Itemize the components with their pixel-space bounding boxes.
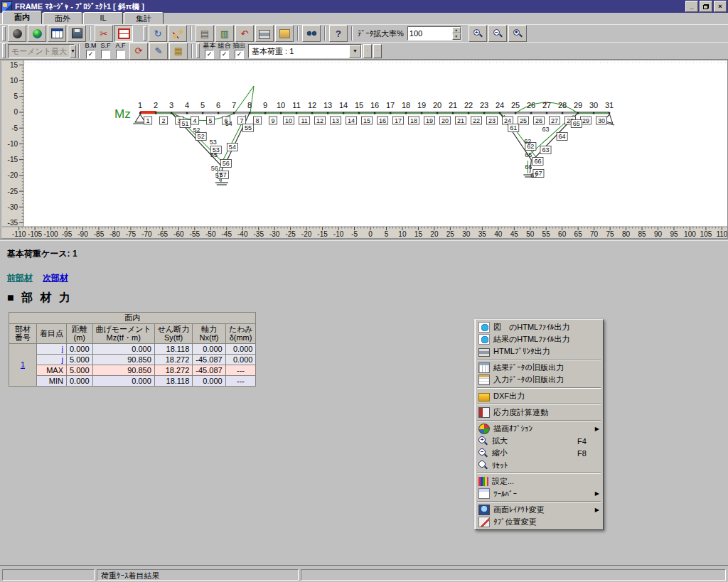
column-header: 距離(m) bbox=[67, 323, 93, 343]
menu-item-figure-html-output[interactable]: 図 のHTMLﾌｧｲﾙ出力 bbox=[476, 321, 601, 333]
menu-item-draw-options[interactable]: 描画ｵﾌﾟｼｮﾝ▶ bbox=[476, 423, 601, 435]
undo-button[interactable]: ↶ bbox=[235, 25, 254, 42]
member-box-label: 25 bbox=[520, 117, 527, 124]
menu-item-result-legacy-output[interactable]: 結果ﾃﾞｰﾀの旧版出力 bbox=[476, 362, 601, 374]
save-button[interactable] bbox=[68, 25, 86, 42]
list-button[interactable]: ▦ bbox=[169, 43, 188, 60]
ic-settings-icon bbox=[478, 477, 488, 486]
menu-item-label: 図 のHTMLﾌｧｲﾙ出力 bbox=[493, 322, 574, 333]
result-check-checkbox-B.M[interactable]: ✓ bbox=[86, 50, 95, 59]
point-cell: MIN bbox=[37, 375, 67, 386]
case-option-button-2[interactable]: · bbox=[373, 44, 382, 58]
load-case-combo[interactable]: 基本荷重 : 1 ▼ bbox=[248, 44, 362, 58]
spin-up-button[interactable]: ▲ bbox=[452, 27, 461, 33]
toolbar-grip[interactable] bbox=[196, 43, 200, 58]
frame-view-button[interactable] bbox=[114, 25, 133, 42]
node-label: 12 bbox=[308, 101, 316, 109]
zoom-out-button[interactable] bbox=[488, 25, 507, 42]
menu-item-label: 結果ﾃﾞｰﾀの旧版出力 bbox=[493, 362, 574, 373]
node-label: 13 bbox=[323, 101, 332, 109]
result-check-checkbox-S.F[interactable] bbox=[101, 50, 110, 59]
member-box-label: 61 bbox=[510, 124, 517, 131]
node-label: 22 bbox=[464, 101, 473, 109]
node-label: 25 bbox=[511, 101, 520, 109]
edit-data-button[interactable]: ▤ bbox=[196, 25, 214, 42]
load-transfer-button[interactable] bbox=[168, 25, 187, 42]
case-check-checkbox-組合[interactable]: ✓ bbox=[220, 50, 229, 59]
result-check-checkbox-A.F[interactable] bbox=[116, 50, 125, 59]
report-button[interactable]: ▥ bbox=[215, 25, 234, 42]
data-scale-input[interactable] bbox=[408, 27, 452, 40]
next-member-link[interactable]: 次部材 bbox=[43, 272, 68, 284]
node-dot bbox=[374, 112, 375, 114]
node-dot bbox=[171, 112, 172, 114]
menu-item-screen-layout-change[interactable]: 画面ﾚｲｱｳﾄ変更▶ bbox=[476, 504, 601, 516]
help-button[interactable]: ? bbox=[329, 25, 348, 42]
toolbar-grip[interactable] bbox=[2, 26, 6, 41]
node-dot bbox=[421, 112, 422, 114]
member-box-label: 64 bbox=[559, 133, 566, 140]
restore-button[interactable] bbox=[700, 1, 712, 12]
zoom-in-button[interactable] bbox=[469, 25, 487, 42]
spin-down-button[interactable]: ▼ bbox=[452, 33, 461, 40]
table-group-header: 面内 bbox=[9, 313, 256, 324]
menu-item-input-legacy-output[interactable]: 入力ﾃﾞｰﾀの旧版出力 bbox=[476, 374, 601, 386]
point-link[interactable]: j bbox=[62, 355, 63, 364]
member-number-link[interactable]: 1 bbox=[21, 360, 25, 369]
point-link[interactable]: i bbox=[62, 345, 63, 353]
find-button[interactable] bbox=[302, 25, 321, 42]
toolbar-grip[interactable] bbox=[143, 26, 146, 41]
folder-icon bbox=[279, 29, 290, 38]
node-label: 29 bbox=[574, 101, 582, 109]
prev-member-link[interactable]: 前部材 bbox=[7, 272, 33, 284]
menu-item-settings[interactable]: 設定... bbox=[476, 475, 601, 487]
menu-item-label: 設定... bbox=[492, 476, 574, 487]
moment-diagram-panel[interactable]: -35-30-25-20-15-10-5051015-110-105-100-9… bbox=[0, 60, 728, 239]
open-project-button[interactable] bbox=[275, 25, 294, 42]
tab-IL[interactable]: IL bbox=[83, 12, 123, 24]
mode-combo[interactable]: モーメント最大 ▼ bbox=[8, 44, 75, 58]
print-button[interactable] bbox=[255, 25, 274, 42]
menu-item-result-html-output[interactable]: 結果のHTMLﾌｧｲﾙ出力 bbox=[476, 333, 601, 345]
zoom-in-icon bbox=[473, 28, 483, 38]
table-window-button[interactable] bbox=[48, 25, 66, 42]
menu-item-stress-calc-link[interactable]: 応力度計算連動 bbox=[476, 406, 601, 419]
zoom-reset-button[interactable] bbox=[508, 25, 527, 42]
menu-item-zoom-out[interactable]: 縮小F8 bbox=[476, 447, 601, 459]
pick-button[interactable]: ✎ bbox=[149, 43, 168, 60]
toolbar-grip[interactable] bbox=[2, 43, 6, 58]
x-tick-label: -55 bbox=[190, 230, 200, 238]
node-label: 9 bbox=[263, 101, 267, 109]
x-tick-label: 60 bbox=[558, 230, 567, 238]
menu-item-dxf-output[interactable]: DXF出力 bbox=[476, 390, 601, 402]
minimize-button[interactable]: _ bbox=[685, 1, 698, 12]
x-tick-label: -105 bbox=[28, 230, 43, 238]
case-check-checkbox-抽出[interactable]: ✓ bbox=[235, 50, 244, 59]
node-label: 19 bbox=[417, 101, 426, 109]
shear-cell: 18.118 bbox=[154, 343, 193, 354]
table-header-row: 部材番号着目点距離(m)曲げモーメントMz(tf・m)せん断力Sy(tf)軸力N… bbox=[9, 323, 256, 343]
moment-diagram-canvas[interactable]: -35-30-25-20-15-10-5051015-110-105-100-9… bbox=[2, 60, 727, 238]
menu-item-zoom-reset[interactable]: ﾘｾｯﾄ bbox=[476, 459, 601, 471]
menu-item-toolbar[interactable]: ﾂｰﾙﾊﾞｰ▶ bbox=[476, 487, 601, 500]
view-inplane-button[interactable] bbox=[8, 25, 26, 42]
view-model-button[interactable] bbox=[28, 25, 46, 42]
case-option-button-1[interactable]: · bbox=[363, 44, 372, 58]
tab-面内[interactable]: 面内 bbox=[2, 11, 42, 24]
menu-item-tab-position-change[interactable]: ﾀﾌﾞ位置変更 bbox=[476, 516, 601, 528]
case-check-group: 基本✓組合✓抽出✓ bbox=[202, 43, 247, 59]
menu-item-zoom-in[interactable]: 拡大F4 bbox=[476, 435, 601, 447]
point-cell: i bbox=[37, 343, 67, 354]
recalculate-button[interactable]: ↻ bbox=[149, 25, 167, 42]
tab-集計[interactable]: 集計 bbox=[124, 12, 164, 24]
close-button[interactable]: × bbox=[714, 1, 727, 12]
cut-section-button[interactable]: ✂ bbox=[95, 25, 113, 42]
data-scale-spinner: ▲ ▼ bbox=[452, 27, 461, 40]
tab-面外[interactable]: 面外 bbox=[43, 12, 82, 24]
redraw-button[interactable]: ⟳ bbox=[129, 43, 148, 60]
case-check-checkbox-基本[interactable]: ✓ bbox=[205, 50, 214, 59]
menu-item-html-printer-output[interactable]: HTMLﾌﾟﾘﾝﾀ出力 bbox=[476, 345, 601, 357]
deflection-cell: 0.000 bbox=[225, 354, 256, 365]
table-row: 1i0.0000.00018.1180.0000.000 bbox=[9, 343, 256, 354]
member-box-label: 26 bbox=[535, 117, 542, 124]
